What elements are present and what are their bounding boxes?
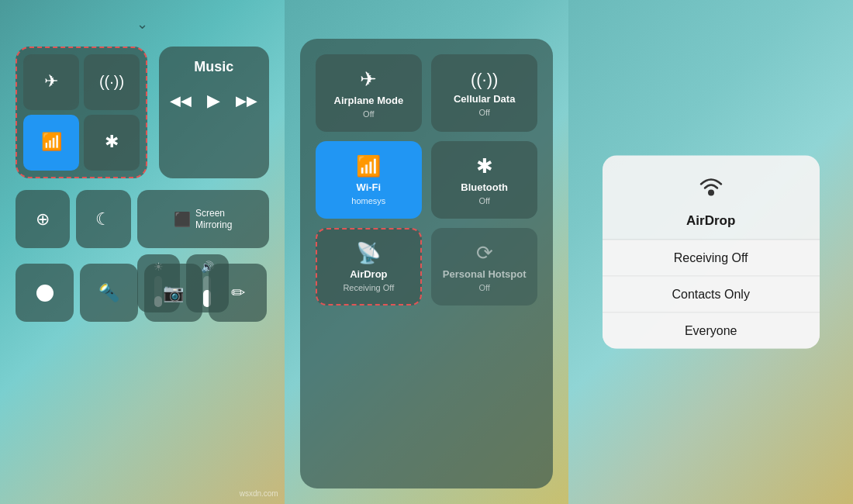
airplane-mode-tile[interactable]: ✈ Airplane Mode Off: [316, 54, 422, 132]
airdrop-menu-header: AirDrop: [603, 156, 820, 240]
left-content: ✈ ((·)) 📶 ✱ Music ◀◀ ▶ ▶▶: [16, 39, 269, 488]
prev-button[interactable]: ◀◀: [170, 92, 192, 109]
rotation-lock-button[interactable]: ⊕: [16, 190, 70, 248]
cellular-sub: Off: [478, 108, 489, 117]
airdrop-tile[interactable]: 📡 AirDrop Receiving Off: [316, 228, 422, 306]
bottom-tools: 🔦 📷 ✏: [16, 264, 269, 322]
airdrop-menu-container: AirDrop Receiving Off Contacts Only Ever…: [603, 156, 820, 349]
wifi-tile[interactable]: 📶 Wi-Fi homesys: [316, 141, 422, 219]
middle-control-center: ✈ Airplane Mode Off ((·)) Cellular Data …: [300, 39, 554, 488]
contacts-only-option[interactable]: Contacts Only: [603, 277, 820, 313]
screen-mirroring-label: Screen Mirroring: [195, 208, 232, 230]
hotspot-label: Personal Hotspot: [443, 268, 527, 280]
chevron-icon: ⌄: [136, 16, 148, 33]
cellular-label: Cellular Data: [454, 93, 515, 105]
record-icon: [36, 285, 54, 302]
hotspot-icon: ⟳: [476, 241, 493, 265]
record-button[interactable]: [16, 264, 74, 322]
right-panel: AirDrop Receiving Off Contacts Only Ever…: [568, 0, 853, 504]
notes-icon: ✏: [231, 283, 245, 303]
airplane-icon: ✈: [360, 67, 377, 91]
airdrop-sub: Receiving Off: [343, 283, 394, 292]
notes-button[interactable]: ✏: [209, 264, 267, 322]
wifi-sub: homesys: [351, 196, 385, 205]
airdrop-menu-title: AirDrop: [686, 213, 735, 229]
airplane-label: Airplane Mode: [334, 95, 404, 106]
moon-icon: ☾: [95, 209, 111, 230]
row-2: 📶 Wi-Fi homesys ✱ Bluetooth Off: [316, 141, 538, 219]
bluetooth-button[interactable]: ✱: [84, 115, 140, 171]
screen-mirroring-button[interactable]: ⬛ Screen Mirroring: [137, 190, 269, 248]
airplane-icon: ✈: [44, 71, 58, 91]
row-1: ✈ Airplane Mode Off ((·)) Cellular Data …: [316, 54, 538, 132]
hotspot-sub: Off: [478, 283, 489, 292]
do-not-disturb-button[interactable]: ☾: [76, 190, 130, 248]
cellular-data-button[interactable]: ((·)): [84, 54, 140, 110]
middle-panel: ✈ Airplane Mode Off ((·)) Cellular Data …: [285, 0, 569, 504]
wifi-icon: 📶: [356, 154, 381, 178]
music-title: Music: [194, 59, 233, 75]
bluetooth-sub: Off: [478, 196, 489, 205]
wifi-button[interactable]: 📶: [23, 115, 79, 171]
flashlight-button[interactable]: 🔦: [80, 264, 138, 322]
music-tile: Music ◀◀ ▶ ▶▶: [159, 47, 269, 178]
watermark: wsxdn.com: [240, 489, 278, 498]
receiving-off-option[interactable]: Receiving Off: [603, 240, 820, 277]
airdrop-svg-icon: [696, 171, 727, 202]
airplane-sub: Off: [363, 109, 374, 119]
cellular-icon: ((·)): [471, 70, 498, 90]
camera-icon: 📷: [163, 283, 184, 303]
screen-mirroring-icon: ⬛: [174, 211, 191, 228]
airdrop-icon: 📡: [356, 241, 381, 265]
flashlight-icon: 🔦: [98, 283, 119, 303]
airdrop-menu-icon: [696, 171, 727, 209]
everyone-option[interactable]: Everyone: [603, 313, 820, 349]
bluetooth-icon: ✱: [476, 154, 493, 178]
svg-point-0: [708, 190, 714, 196]
camera-button[interactable]: 📷: [144, 264, 202, 322]
music-controls: ◀◀ ▶ ▶▶: [170, 91, 257, 111]
rotation-lock-icon: ⊕: [36, 209, 50, 230]
airdrop-menu: AirDrop Receiving Off Contacts Only Ever…: [603, 156, 820, 349]
left-panel: ⌄ ✈ ((·)) 📶 ✱ Music ◀◀: [0, 0, 285, 504]
bluetooth-tile[interactable]: ✱ Bluetooth Off: [431, 141, 537, 219]
wifi-icon: 📶: [41, 132, 62, 152]
airdrop-label: AirDrop: [350, 268, 387, 280]
cellular-icon: ((·)): [99, 73, 124, 91]
bluetooth-label: Bluetooth: [461, 181, 508, 193]
bluetooth-icon: ✱: [105, 132, 119, 152]
next-button[interactable]: ▶▶: [236, 92, 257, 109]
airplane-mode-button[interactable]: ✈: [23, 54, 79, 110]
play-button[interactable]: ▶: [207, 91, 220, 111]
row-3: 📡 AirDrop Receiving Off ⟳ Personal Hotsp…: [316, 228, 538, 306]
connectivity-group: ✈ ((·)) 📶 ✱: [16, 47, 147, 178]
hotspot-tile[interactable]: ⟳ Personal Hotspot Off: [431, 228, 537, 306]
cellular-tile[interactable]: ((·)) Cellular Data Off: [431, 54, 537, 132]
wifi-label: Wi-Fi: [357, 181, 382, 193]
